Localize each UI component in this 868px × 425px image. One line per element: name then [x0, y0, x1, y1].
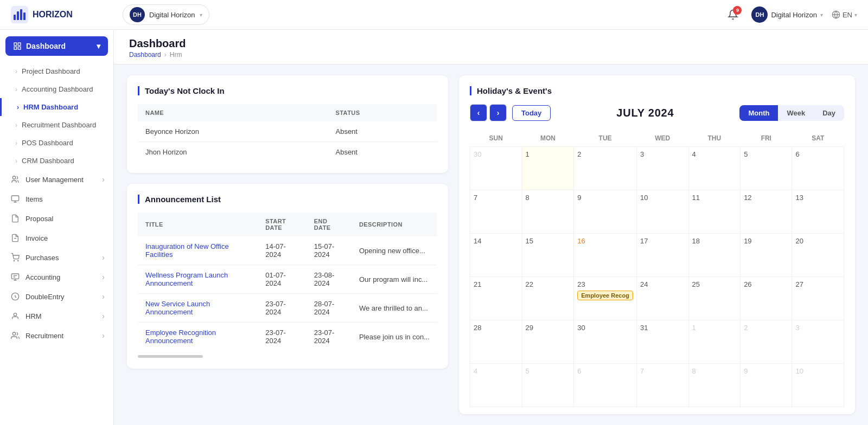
- sidebar-item-hrm-label: HRM Dashboard: [23, 103, 78, 111]
- user-menu[interactable]: DH Digital Horizon: [751, 7, 823, 23]
- calendar-cell[interactable]: 10: [792, 364, 844, 407]
- items-label: Items: [25, 195, 105, 203]
- calendar-cell[interactable]: 19: [741, 234, 792, 277]
- calendar-cell[interactable]: 12: [741, 190, 792, 234]
- page-header: Dashboard Dashboard › Hrm: [114, 30, 868, 65]
- calendar-cell[interactable]: 9: [741, 364, 792, 407]
- calendar-month-view-button[interactable]: Month: [739, 105, 778, 121]
- calendar-cell[interactable]: 5: [741, 147, 792, 190]
- calendar-cell[interactable]: 6: [574, 364, 637, 407]
- svg-rect-4: [23, 12, 25, 20]
- dashboard-button[interactable]: Dashboard: [5, 36, 108, 56]
- sidebar-item-pos-dashboard[interactable]: › POS Dashboard: [0, 134, 113, 152]
- logo-area: HORIZON: [11, 6, 114, 23]
- org-pill[interactable]: DH Digital Horizon: [123, 4, 209, 25]
- calendar-day-view-button[interactable]: Day: [814, 105, 844, 121]
- calendar-cell[interactable]: 18: [688, 234, 741, 277]
- sidebar-item-recruitment[interactable]: Recruitment: [0, 326, 113, 345]
- calendar-cell[interactable]: 20: [792, 234, 844, 277]
- sidebar-item-proposal[interactable]: Proposal: [0, 209, 113, 228]
- calendar-cell[interactable]: 7: [636, 364, 688, 407]
- calendar-cell[interactable]: 1: [522, 147, 574, 190]
- calendar-day-number: 1: [526, 150, 529, 158]
- calendar-cell[interactable]: 27: [792, 277, 844, 320]
- calendar-day-number: 27: [795, 280, 803, 288]
- calendar-today-button[interactable]: Today: [512, 105, 551, 121]
- logo-text: HORIZON: [33, 10, 73, 20]
- calendar-cell[interactable]: 28: [470, 320, 522, 364]
- announcement-title: Announcement List: [138, 195, 437, 204]
- calendar-day-header: Mon: [522, 130, 574, 147]
- calendar-cell[interactable]: 2: [741, 320, 792, 364]
- accounting-label: Accounting: [25, 273, 97, 281]
- sidebar-item-project-dashboard[interactable]: › Project Dashboard: [0, 62, 113, 80]
- hrm-label: HRM: [25, 312, 97, 320]
- horizontal-scrollbar[interactable]: [138, 355, 203, 358]
- calendar-cell[interactable]: 7: [470, 190, 522, 234]
- calendar-cell[interactable]: 30: [574, 320, 637, 364]
- main-area: Dashboard Dashboard › Hrm Today's Not Cl…: [114, 30, 868, 425]
- sidebar-item-accounting[interactable]: Accounting: [0, 267, 113, 287]
- calendar-cell[interactable]: 2: [574, 147, 637, 190]
- calendar-day-header: Sat: [792, 130, 844, 147]
- calendar-cell[interactable]: 9: [574, 190, 637, 234]
- calendar-cell[interactable]: 10: [636, 190, 688, 234]
- calendar-day-header: Thu: [688, 130, 741, 147]
- sidebar-item-user-management[interactable]: User Management: [0, 170, 113, 189]
- calendar-cell[interactable]: 30: [470, 147, 522, 190]
- sidebar-item-hrm[interactable]: HRM: [0, 306, 113, 326]
- breadcrumb-dashboard[interactable]: Dashboard: [129, 51, 161, 59]
- calendar-cell[interactable]: 17: [636, 234, 688, 277]
- calendar-cell[interactable]: 21: [470, 277, 522, 320]
- announcement-table-scroll[interactable]: TITLE START DATE END DATE DESCRIPTION In…: [138, 212, 437, 358]
- calendar-cell[interactable]: 4: [688, 147, 741, 190]
- calendar-cell[interactable]: 22: [522, 277, 574, 320]
- calendar-cell[interactable]: 4: [470, 364, 522, 407]
- calendar-day-number: 31: [640, 324, 648, 332]
- svg-rect-8: [14, 47, 17, 49]
- calendar-cell[interactable]: 6: [792, 147, 844, 190]
- sidebar-item-hrm-dashboard[interactable]: › HRM Dashboard: [0, 98, 113, 116]
- sidebar-item-project-label: Project Dashboard: [22, 67, 80, 75]
- calendar-cell[interactable]: 24: [636, 277, 688, 320]
- sidebar-item-doubleentry[interactable]: DoubleEntry: [0, 287, 113, 306]
- calendar-cell[interactable]: 15: [522, 234, 574, 277]
- calendar-cell[interactable]: 16: [574, 234, 637, 277]
- sidebar-item-items[interactable]: Items: [0, 189, 113, 209]
- calendar-cell[interactable]: 13: [792, 190, 844, 234]
- calendar-cell[interactable]: 26: [741, 277, 792, 320]
- calendar-day-number: 26: [744, 280, 751, 288]
- calendar-cell[interactable]: 8: [522, 190, 574, 234]
- calendar-cell[interactable]: 1: [688, 320, 741, 364]
- calendar-cell[interactable]: 31: [636, 320, 688, 364]
- sidebar: Dashboard › Project Dashboard › Accounti…: [0, 30, 114, 425]
- calendar-day-number: 3: [795, 324, 799, 332]
- calendar-cell[interactable]: 14: [470, 234, 522, 277]
- calendar-prev-button[interactable]: ‹: [470, 104, 487, 121]
- org-dropdown-icon: [200, 12, 202, 18]
- calendar-cell[interactable]: 3: [636, 147, 688, 190]
- sidebar-item-invoice[interactable]: Invoice: [0, 228, 113, 248]
- calendar-cell[interactable]: 23Employee Recog: [574, 277, 637, 320]
- notification-badge: 9: [733, 6, 742, 15]
- calendar-day-header: Tue: [574, 130, 637, 147]
- ann-start: 23-07-2024: [258, 294, 307, 323]
- calendar-cell[interactable]: 11: [688, 190, 741, 234]
- calendar-event[interactable]: Employee Recog: [577, 291, 633, 300]
- language-selector[interactable]: EN: [832, 10, 857, 19]
- calendar-cell[interactable]: 5: [522, 364, 574, 407]
- calendar-cell[interactable]: 3: [792, 320, 844, 364]
- calendar-day-number: 9: [577, 194, 581, 202]
- calendar-cell[interactable]: 8: [688, 364, 741, 407]
- calendar-day-number: 12: [744, 194, 751, 202]
- notifications-button[interactable]: 9: [723, 5, 743, 24]
- sidebar-item-recruitment-dashboard[interactable]: › Recruitment Dashboard: [0, 116, 113, 134]
- calendar-cell[interactable]: 25: [688, 277, 741, 320]
- calendar-cell[interactable]: 29: [522, 320, 574, 364]
- calendar-week-view-button[interactable]: Week: [778, 105, 814, 121]
- calendar-next-button[interactable]: ›: [489, 104, 507, 121]
- sidebar-item-crm-dashboard[interactable]: › CRM Dashboard: [0, 152, 113, 170]
- sidebar-item-accounting-dashboard[interactable]: › Accounting Dashboard: [0, 80, 113, 98]
- sidebar-item-purchases[interactable]: Purchases: [0, 248, 113, 267]
- svg-rect-1: [14, 15, 16, 20]
